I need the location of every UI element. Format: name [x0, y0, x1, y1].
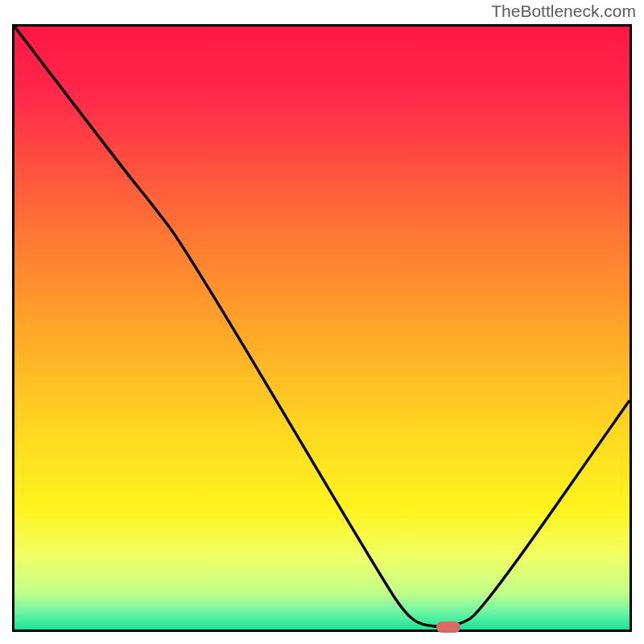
watermark-text: TheBottleneck.com — [491, 2, 636, 21]
chart-area — [12, 24, 632, 632]
optimal-marker — [436, 621, 460, 633]
bottleneck-curve — [14, 27, 630, 630]
